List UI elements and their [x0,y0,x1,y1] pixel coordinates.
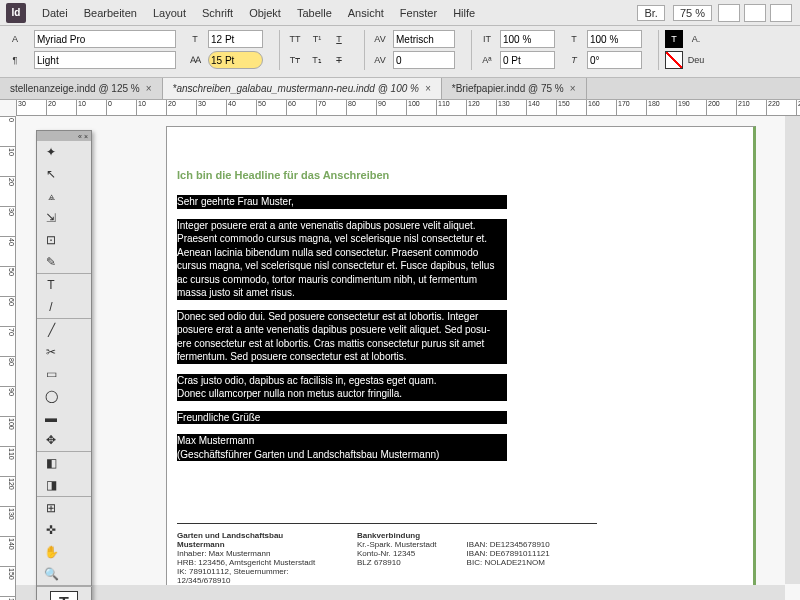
ruler-tick: 40 [0,236,15,266]
ruler-tick: 10 [0,146,15,176]
menu-type[interactable]: Schrift [194,3,241,23]
tool-button[interactable]: ╱ [37,319,65,341]
tool-button[interactable]: ✜ [37,519,65,541]
footer-line: BLZ 678910 [357,558,437,567]
ruler-tick: 200 [706,100,736,115]
menu-help[interactable]: Hilfe [445,3,483,23]
font-style-select[interactable] [34,51,176,69]
tool-button[interactable]: ⊡ [37,229,65,251]
footer-line: Inhaber: Max Mustermann [177,549,327,558]
footer-line: BIC: NOLADE21NOM [467,558,550,567]
body-text-frame[interactable]: Sehr geehrte Frau Muster, Integer posuer… [177,195,507,461]
ruler-tick: 150 [0,566,15,596]
zoom-level-select[interactable]: 75 % [673,5,712,21]
tool-button[interactable]: ✋ [37,541,65,563]
font-family-select[interactable] [34,30,176,48]
stroke-color-icon[interactable] [665,51,683,69]
tracking-input[interactable] [393,51,455,69]
screen-mode-icon[interactable] [744,4,766,22]
tool-button[interactable]: ✦ [37,141,65,163]
ruler-tick: 140 [0,536,15,566]
document-tabs: stellenanzeige.indd @ 125 %× *anschreibe… [0,78,800,100]
ruler-tick: 70 [316,100,346,115]
arrange-icon[interactable] [770,4,792,22]
tool-button[interactable]: ◨ [37,474,65,496]
skew-input[interactable] [587,51,642,69]
workspace: 3020100102030405060708090100110120130140… [0,100,800,600]
ruler-tick: 20 [0,176,15,206]
ruler-tick: 70 [0,326,15,356]
footer-line: HRB: 123456, Amtsgericht Musterstadt [177,558,327,567]
menu-edit[interactable]: Bearbeiten [76,3,145,23]
tool-button[interactable]: ▬ [37,407,65,429]
tool-button[interactable]: T [37,274,65,296]
character-mode-icon[interactable]: A [6,30,24,48]
menu-window[interactable]: Fenster [392,3,445,23]
type-tool-big-icon[interactable]: T [50,591,78,600]
tool-button[interactable]: ✂ [37,341,65,363]
menu-file[interactable]: Datei [34,3,76,23]
allcaps-icon[interactable]: TT [286,30,304,48]
page[interactable]: Ich bin die Headline für das Anschreiben… [166,126,756,600]
smallcaps-icon[interactable]: Tᴛ [286,51,304,69]
close-icon[interactable]: × [570,83,576,94]
menu-object[interactable]: Objekt [241,3,289,23]
tool-button[interactable]: ◯ [37,385,65,407]
vertical-scrollbar[interactable] [785,116,800,584]
vertical-ruler[interactable]: 0102030405060708090100110120130140150160 [0,116,16,600]
kerning-select[interactable] [393,30,455,48]
vscale-input[interactable] [500,30,555,48]
panel-handle[interactable]: « × [37,131,91,141]
menu-layout[interactable]: Layout [145,3,194,23]
paragraph-mode-icon[interactable]: ¶ [6,51,24,69]
view-mode-icon[interactable] [718,4,740,22]
tool-button[interactable]: ✎ [37,251,65,273]
horizontal-scrollbar[interactable] [16,585,785,600]
menu-table[interactable]: Tabelle [289,3,340,23]
ruler-tick: 170 [616,100,646,115]
ruler-tick: 130 [0,506,15,536]
strikethrough-icon[interactable]: T [330,51,348,69]
ruler-tick: 220 [766,100,796,115]
tab-stellenanzeige[interactable]: stellenanzeige.indd @ 125 %× [0,78,163,99]
tool-button[interactable]: ✥ [37,429,65,451]
tool-button[interactable]: 🔍 [37,563,65,585]
tools-panel[interactable]: « × ✦↖⟁⇲⊡✎T/╱✂▭◯▬✥◧◨⊞✜✋🔍 T [36,130,92,600]
tool-button[interactable]: ⇲ [37,207,65,229]
ruler-tick: 10 [76,100,106,115]
close-icon[interactable]: × [425,83,431,94]
ruler-tick: 0 [106,100,136,115]
control-panel: A ¶ T Ꜳ TT T¹ T Tᴛ T₁ T AV AV IT Aª T T [0,26,800,78]
headline-text[interactable]: Ich bin die Headline für das Anschreiben [177,169,753,181]
font-size-input[interactable] [208,30,263,48]
fill-color-icon[interactable]: T [665,30,683,48]
ruler-tick: 80 [346,100,376,115]
ruler-tick: 180 [646,100,676,115]
superscript-icon[interactable]: T¹ [308,30,326,48]
signature-name: Max Mustermann [177,434,507,448]
footer-company: Garten und Landschaftsbau Mustermann [177,531,327,549]
char-style-icon[interactable]: A. [687,30,705,48]
tab-briefpapier[interactable]: *Briefpapier.indd @ 75 %× [442,78,587,99]
tool-button[interactable]: ◧ [37,452,65,474]
hscale-input[interactable] [587,30,642,48]
close-icon[interactable]: × [146,83,152,94]
ruler-tick: 20 [166,100,196,115]
menu-view[interactable]: Ansicht [340,3,392,23]
horizontal-ruler[interactable]: 3020100102030405060708090100110120130140… [16,100,800,116]
tab-anschreiben[interactable]: *anschreiben_galabau_mustermann-neu.indd… [163,78,442,99]
baseline-input[interactable] [500,51,555,69]
tool-button[interactable]: ⟁ [37,185,65,207]
footer-bank-title: Bankverbindung [357,531,437,540]
underline-icon[interactable]: T [330,30,348,48]
leading-input[interactable] [208,51,263,69]
tool-button[interactable]: ▭ [37,363,65,385]
tool-button[interactable]: ↖ [37,163,65,185]
p3-line: Donec ullamcorper nulla non metus auctor… [177,387,507,401]
ruler-tick: 190 [676,100,706,115]
tool-button[interactable]: ⊞ [37,497,65,519]
document-canvas[interactable]: Ich bin die Headline für das Anschreiben… [16,116,800,600]
subscript-icon[interactable]: T₁ [308,51,326,69]
bridge-button[interactable]: Br. [637,5,664,21]
tool-button[interactable]: / [37,296,65,318]
